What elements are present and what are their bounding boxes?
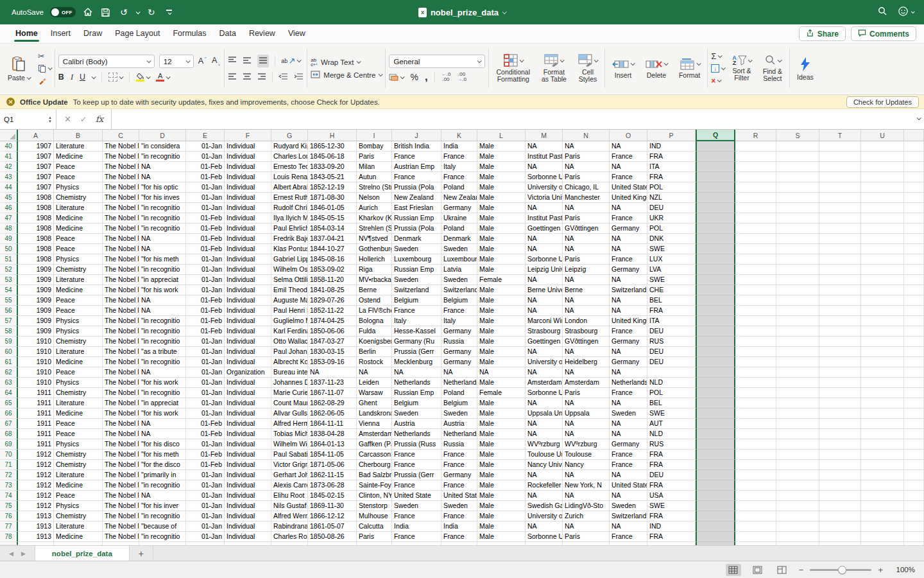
cell[interactable]: East Frieslan [392,203,441,213]
cell[interactable]: Individual [225,172,271,182]
autosum-button[interactable]: Σ [711,52,724,61]
cell[interactable]: 1911 [18,408,54,419]
cell[interactable]: Female [477,275,526,285]
cell[interactable] [819,295,861,306]
cell[interactable]: Chemistry [54,511,103,521]
cell[interactable]: "for his disco [139,439,186,450]
cell[interactable]: Charles Louis [271,152,308,162]
cell[interactable]: Male [477,357,526,367]
cell[interactable] [861,470,904,480]
cell[interactable] [776,419,819,429]
cell[interactable]: NA [526,141,563,152]
cell[interactable]: RUS [647,337,696,347]
cell[interactable] [103,542,139,545]
cell[interactable]: NA [610,234,647,244]
cell[interactable]: Literature [54,347,103,357]
row-header[interactable]: 61 [0,357,18,367]
cell[interactable]: Denmark [392,234,441,244]
cell[interactable]: Male [477,408,526,419]
cell[interactable]: Kharkov (Kha [357,213,392,223]
number-format-select[interactable]: General [389,55,485,68]
cell[interactable]: 1909 [18,306,54,316]
cell[interactable]: Italy [441,316,477,326]
cell[interactable]: Calcutta [357,521,392,532]
row-header[interactable]: 69 [0,439,18,450]
cell[interactable]: France [441,306,477,316]
cell[interactable]: Male [477,182,526,193]
cell[interactable]: 1838-04-28 [308,429,357,439]
cell[interactable]: Individual [225,152,271,162]
cell[interactable]: Cherbourg [357,460,392,470]
cell[interactable] [735,419,776,429]
row-header[interactable]: 57 [0,316,18,326]
cell[interactable]: Male [477,162,526,172]
cell[interactable]: Louis Renaul [271,172,308,182]
cell[interactable]: NA [610,141,647,152]
copy-button[interactable] [38,64,51,73]
merge-centre-button[interactable]: Merge & Centre [311,71,382,80]
cell[interactable] [186,542,225,545]
cell[interactable] [819,491,861,501]
find-select-button[interactable]: Find &Select [759,53,786,83]
cell[interactable]: Germany [441,347,477,357]
cell[interactable] [610,542,647,545]
row-header[interactable]: 75 [0,501,18,511]
cell[interactable]: Marie Curie, [271,388,308,398]
cell[interactable]: Gaffken (Par [357,439,392,450]
cell[interactable]: Male [477,419,526,429]
selected-cell[interactable] [696,337,735,347]
cell[interactable] [861,152,904,162]
column-header-K[interactable]: K [441,130,477,141]
cell[interactable] [861,367,904,378]
cell[interactable]: Male [477,460,526,470]
row-header[interactable]: 76 [0,511,18,521]
cell[interactable]: Male [477,378,526,388]
cell[interactable]: Swedish Gas [526,501,563,511]
zoom-out-button[interactable]: − [799,565,804,575]
cell[interactable] [735,285,776,295]
cell[interactable]: Germany [441,203,477,213]
cell[interactable]: "for his meth [139,254,186,265]
cell[interactable] [861,521,904,532]
cell[interactable]: 01-Feb [186,429,225,439]
cell[interactable]: New York, N [563,480,610,491]
cell[interactable]: NA [526,295,563,306]
cell[interactable]: NA [441,367,477,378]
cell[interactable] [735,470,776,480]
row-header[interactable]: 42 [0,162,18,172]
cell[interactable]: NA [563,470,610,480]
cut-button[interactable]: ✂ [38,52,51,61]
cell[interactable]: 1912 [18,470,54,480]
fill-button[interactable]: ↓ [711,64,724,73]
cell[interactable]: NA [563,306,610,316]
cell[interactable]: Paris [563,388,610,398]
orientation-button[interactable]: ab [281,58,300,64]
cell[interactable] [861,244,904,254]
cell[interactable] [819,408,861,419]
cell[interactable]: 01-Feb [186,326,225,337]
cell[interactable]: United State [610,480,647,491]
cell[interactable]: Toulouse Uni [526,450,563,460]
cell[interactable]: Sweden [441,275,477,285]
cell[interactable]: NA [563,141,610,152]
cell[interactable]: Male [477,193,526,203]
cell[interactable]: United State [441,491,477,501]
cell[interactable]: Russian Emp [392,213,441,223]
cell[interactable]: 01-Jan [186,398,225,408]
cell[interactable] [776,532,819,542]
cell[interactable]: Male [477,203,526,213]
cell[interactable]: 1833-09-20 [308,162,357,172]
cell[interactable]: Peace [54,419,103,429]
cell[interactable]: 1841-08-25 [308,285,357,295]
cell[interactable]: MV•rbacka [357,275,392,285]
cell[interactable]: Sweden [610,408,647,419]
cell[interactable]: 1908 [18,234,54,244]
cell[interactable]: Toulouse [563,450,610,460]
cell[interactable]: 1908 [18,203,54,213]
column-header-F[interactable]: F [225,130,271,141]
column-header-P[interactable]: P [647,130,696,141]
cell[interactable] [735,162,776,172]
cell[interactable]: "for his work [139,408,186,419]
cell[interactable]: Heidelberg [563,357,610,367]
cell[interactable] [776,460,819,470]
